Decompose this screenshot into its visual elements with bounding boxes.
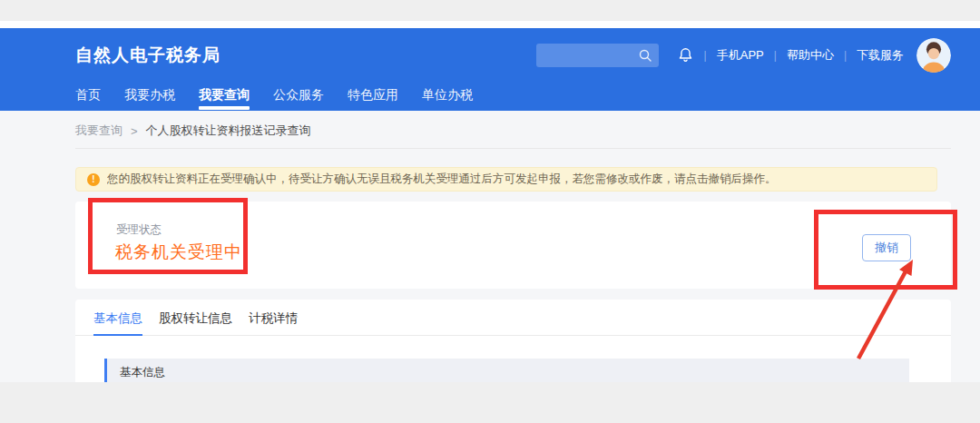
- breadcrumb-divider: [75, 148, 951, 149]
- page-top-strip: [0, 21, 980, 28]
- tab-basic-info[interactable]: 基本信息: [93, 300, 142, 336]
- status-card: 受理状态 税务机关受理中 撤销: [75, 202, 951, 289]
- link-help-center[interactable]: 帮助中心: [787, 47, 834, 64]
- page-viewport: 自然人电子税务局 | 手机APP |: [0, 21, 980, 382]
- notice-text: 您的股权转让资料正在受理确认中，待受让方确认无误且税务机关受理通过后方可发起申报…: [107, 172, 777, 187]
- search-icon[interactable]: [638, 48, 652, 63]
- main-nav: 首页 我要办税 我要查询 公众服务 特色应用 单位办税: [75, 82, 473, 111]
- nav-item-tax-handling[interactable]: 我要办税: [124, 82, 175, 111]
- breadcrumb-parent[interactable]: 我要查询: [75, 123, 122, 139]
- bell-icon[interactable]: [677, 46, 694, 64]
- nav-item-featured-apps[interactable]: 特色应用: [348, 82, 398, 111]
- revoke-button[interactable]: 撤销: [862, 234, 911, 261]
- warning-icon: !: [87, 173, 100, 186]
- nav-item-home[interactable]: 首页: [75, 82, 101, 111]
- status-label: 受理状态: [116, 222, 162, 238]
- breadcrumb: 我要查询 > 个人股权转让资料报送记录查询: [75, 123, 311, 139]
- detail-tab-bar: 基本信息 股权转让信息 计税详情: [75, 300, 951, 336]
- breadcrumb-separator: >: [131, 124, 138, 138]
- header-divider: |: [704, 49, 707, 62]
- tab-tax-calculation-detail[interactable]: 计税详情: [249, 300, 298, 336]
- header-divider: |: [844, 49, 847, 62]
- section-header-basic-info: 基本信息: [104, 359, 909, 382]
- user-avatar[interactable]: [916, 38, 951, 73]
- tab-equity-transfer-info[interactable]: 股权转让信息: [159, 300, 232, 336]
- breadcrumb-current: 个人股权转让资料报送记录查询: [146, 123, 311, 139]
- nav-item-public-service[interactable]: 公众服务: [273, 82, 324, 111]
- nav-item-company-tax[interactable]: 单位办税: [422, 82, 473, 111]
- detail-card: 基本信息 股权转让信息 计税详情 基本信息: [75, 300, 951, 382]
- header-search[interactable]: [536, 44, 659, 67]
- link-download-service[interactable]: 下载服务: [857, 47, 904, 64]
- screenshot-frame: 自然人电子税务局 | 手机APP |: [0, 0, 980, 423]
- nav-item-query[interactable]: 我要查询: [199, 82, 250, 111]
- app-header: 自然人电子税务局 | 手机APP |: [0, 28, 980, 111]
- link-mobile-app[interactable]: 手机APP: [717, 47, 764, 64]
- notice-banner: ! 您的股权转让资料正在受理确认中，待受让方确认无误且税务机关受理通过后方可发起…: [75, 167, 937, 192]
- status-value: 税务机关受理中: [115, 241, 242, 264]
- search-input[interactable]: [544, 44, 634, 67]
- app-title: 自然人电子税务局: [75, 28, 220, 82]
- header-divider: |: [774, 49, 777, 62]
- header-right-controls: | 手机APP | 帮助中心 | 下载服务: [536, 28, 951, 82]
